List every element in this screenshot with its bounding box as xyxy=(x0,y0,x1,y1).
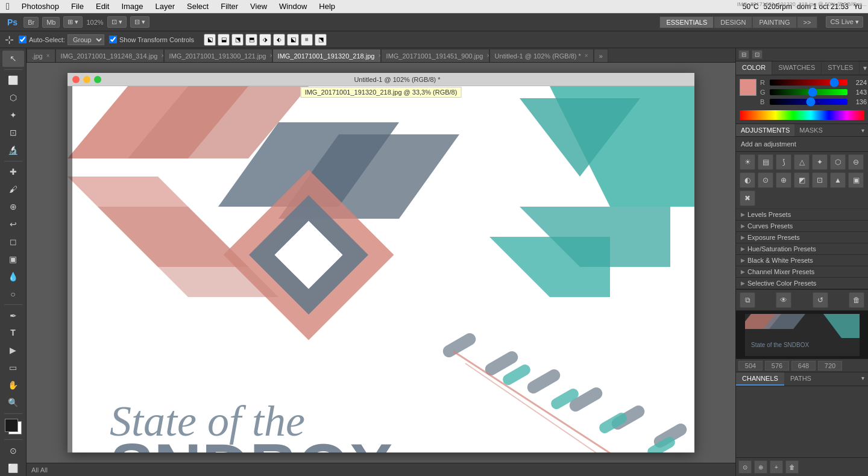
adj-levels[interactable]: ▤ xyxy=(758,154,773,170)
spot-heal-tool[interactable]: ✚ xyxy=(2,164,24,180)
menu-edit[interactable]: Edit xyxy=(90,2,115,11)
tab-channels[interactable]: CHANNELS xyxy=(736,372,784,386)
adj-threshold[interactable]: ▲ xyxy=(830,172,846,188)
adj-selective-color[interactable]: ✖ xyxy=(740,190,755,206)
color-swatches[interactable] xyxy=(2,416,24,437)
adj-panel-collapse[interactable]: ▾ xyxy=(858,125,868,136)
adj-photo-filter[interactable]: ⊙ xyxy=(758,172,773,188)
tab-overflow[interactable]: » xyxy=(594,49,608,62)
align-left[interactable]: ⬕ xyxy=(204,34,216,46)
adj-gradient-map[interactable]: ▣ xyxy=(848,172,864,188)
menu-help[interactable]: Help xyxy=(313,2,341,11)
distribute-left[interactable]: ⬕ xyxy=(287,34,299,46)
menu-file[interactable]: File xyxy=(65,2,90,11)
adj-view-prev[interactable]: 👁 xyxy=(776,292,791,308)
canvas-btn[interactable]: ⊟ ▾ xyxy=(130,16,149,28)
tab-swatches[interactable]: SWATCHES xyxy=(772,61,822,75)
tab-masks[interactable]: MASKS xyxy=(794,124,828,136)
menu-view[interactable]: View xyxy=(244,2,273,11)
adj-reset[interactable]: ↺ xyxy=(813,292,828,308)
workspace-more[interactable]: >> xyxy=(797,16,818,28)
clone-tool[interactable]: ⊕ xyxy=(2,198,24,215)
channels-delete-channel[interactable]: 🗑 xyxy=(785,460,799,474)
hand-tool[interactable]: ✋ xyxy=(2,377,24,393)
marquee-tool[interactable]: ⬜ xyxy=(2,72,24,89)
eyedropper-tool[interactable]: 🔬 xyxy=(2,142,24,158)
adj-clip-to-layer[interactable]: ⧉ xyxy=(740,292,755,308)
brush-tool[interactable]: 🖌 xyxy=(2,181,24,198)
cs-live-btn[interactable]: CS Live ▾ xyxy=(826,16,863,28)
menu-image[interactable]: Image xyxy=(115,2,149,11)
adj-channel-mixer[interactable]: ⊕ xyxy=(776,172,791,188)
preset-huesat[interactable]: ▶ Hue/Saturation Presets xyxy=(736,243,868,255)
align-center-v[interactable]: ⬗ xyxy=(259,34,271,46)
preset-selectivecolor[interactable]: ▶ Selective Color Presets xyxy=(736,278,868,289)
menu-window[interactable]: Window xyxy=(273,2,313,11)
distribute-right[interactable]: ⬔ xyxy=(315,34,327,46)
tab-color[interactable]: COLOR xyxy=(736,61,772,75)
type-tool[interactable]: T xyxy=(2,325,24,341)
tab-close-5[interactable]: × xyxy=(585,52,588,59)
eraser-tool[interactable]: ◻ xyxy=(2,233,24,249)
preset-exposure[interactable]: ▶ Exposure Presets xyxy=(736,232,868,243)
align-center-h[interactable]: ⬓ xyxy=(218,34,230,46)
channels-load-selection[interactable]: ⊙ xyxy=(738,460,752,474)
zoom-arrange-btn[interactable]: ⊡ ▾ xyxy=(107,16,127,28)
color-panel-collapse[interactable]: ▾ xyxy=(860,61,868,75)
autoselect-dropdown[interactable]: Group Layer xyxy=(68,34,104,45)
workspace-design[interactable]: DESIGN xyxy=(714,16,752,28)
preset-curves[interactable]: ▶ Curves Presets xyxy=(736,221,868,232)
screen-mode-btn[interactable]: ⬜ xyxy=(2,460,24,476)
align-right[interactable]: ⬔ xyxy=(231,34,244,46)
channels-new-channel[interactable]: + xyxy=(770,460,783,474)
gradient-tool[interactable]: ▣ xyxy=(2,251,24,267)
preset-levels[interactable]: ▶ Levels Presets xyxy=(736,209,868,221)
tab-adjustments[interactable]: ADJUSTMENTS xyxy=(736,124,794,136)
adj-vibrance[interactable]: ✦ xyxy=(812,154,828,170)
blue-slider[interactable] xyxy=(770,99,848,105)
align-top[interactable]: ⬒ xyxy=(245,34,257,46)
lasso-tool[interactable]: ⬡ xyxy=(2,90,24,106)
preset-bw[interactable]: ▶ Black & White Presets xyxy=(736,255,868,266)
adj-delete[interactable]: 🗑 xyxy=(849,292,864,308)
tab-0[interactable]: .jpg × xyxy=(27,49,55,62)
channels-collapse[interactable]: ▾ xyxy=(858,372,868,386)
blur-tool[interactable]: 💧 xyxy=(2,268,24,284)
quick-mask-btn[interactable]: ⊙ xyxy=(2,442,24,459)
transform-checkbox[interactable] xyxy=(109,36,117,43)
adj-bw[interactable]: ◐ xyxy=(740,172,755,188)
quick-select-tool[interactable]: ✦ xyxy=(2,107,24,124)
shape-tool[interactable]: ▭ xyxy=(2,360,24,376)
menu-filter[interactable]: Filter xyxy=(215,2,244,11)
window-close-btn[interactable] xyxy=(72,76,80,83)
tab-paths[interactable]: PATHS xyxy=(784,372,817,386)
menu-select[interactable]: Select xyxy=(181,2,215,11)
window-min-btn[interactable] xyxy=(83,76,90,83)
adj-invert[interactable]: ◩ xyxy=(794,172,810,188)
workspace-essentials[interactable]: ESSENTIALS xyxy=(659,16,714,28)
channels-save-selection[interactable]: ⊕ xyxy=(754,460,767,474)
canvas-container[interactable]: IMG_20171001_191320_218.jpg @ 33,3% (RGB… xyxy=(27,63,735,463)
arrange-btn[interactable]: ⊞ ▾ xyxy=(63,16,83,28)
adj-curves[interactable]: ⟆ xyxy=(776,154,791,170)
align-bottom[interactable]: ⬖ xyxy=(273,34,285,46)
color-spectrum-bar[interactable] xyxy=(740,110,864,120)
tab-close-0[interactable]: × xyxy=(46,52,50,59)
autoselect-checkbox[interactable] xyxy=(19,36,27,43)
adj-hue-sat[interactable]: ⬡ xyxy=(830,154,846,170)
preset-channelmixer[interactable]: ▶ Channel Mixer Presets xyxy=(736,266,868,278)
distribute-center-h[interactable]: ≡ xyxy=(301,34,313,46)
tab-1[interactable]: IMG_20171001_191248_314.jpg × xyxy=(55,49,164,62)
adj-color-balance[interactable]: ⊖ xyxy=(848,154,864,170)
menu-photoshop[interactable]: Photoshop xyxy=(16,2,65,11)
tab-3[interactable]: IMG_20171001_191320_218.jpg × xyxy=(272,49,381,62)
current-color-box[interactable] xyxy=(740,79,756,96)
zoom-level[interactable]: 102% xyxy=(86,19,103,26)
window-max-btn[interactable] xyxy=(94,76,101,83)
panel-icon-btn-1[interactable]: ⊟ xyxy=(738,50,749,59)
dodge-tool[interactable]: ○ xyxy=(2,286,24,302)
zoom-tool[interactable]: 🔍 xyxy=(2,395,24,411)
tab-5[interactable]: Untitled-1 @ 102% (RGB/8) * × xyxy=(489,49,594,62)
path-select-tool[interactable]: ▶ xyxy=(2,342,24,359)
pen-tool[interactable]: ✒ xyxy=(2,307,24,324)
